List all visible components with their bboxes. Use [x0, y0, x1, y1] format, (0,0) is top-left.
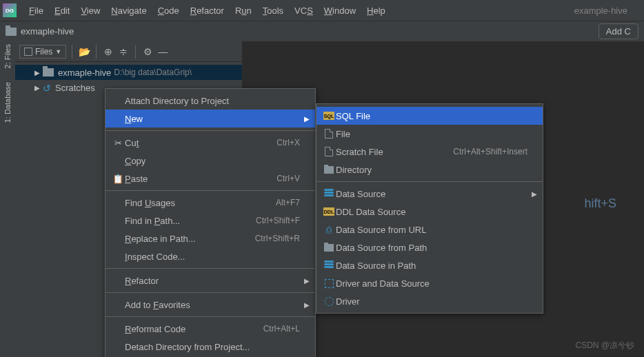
menu-navigate[interactable]: Navigate	[105, 3, 152, 19]
dashed-icon	[322, 279, 336, 288]
side-tab-database[interactable]: 1: Database	[3, 82, 12, 123]
menu-window[interactable]: Window	[319, 3, 361, 19]
menu-item-label: Data Source from URL	[336, 225, 527, 235]
menu-item-label: Data Source in Path	[336, 261, 527, 271]
menu-shortcut: Ctrl+Shift+F	[256, 216, 300, 225]
submenu-arrow-icon: ▶	[532, 190, 537, 198]
menu-shortcut: Alt+F7	[276, 198, 300, 207]
menu-item-paste[interactable]: 📋PasteCtrl+V	[105, 170, 315, 187]
submenu-arrow-icon: ▶	[304, 115, 310, 123]
watermark: CSDN @凉兮钞	[575, 340, 634, 351]
menu-item-copy[interactable]: Copy	[105, 152, 315, 170]
menu-item-attach-directory-to-project[interactable]: Attach Directory to Project	[105, 92, 315, 110]
tree-scratches-label: Scratches	[55, 83, 95, 93]
menu-item-scratch-file[interactable]: Scratch FileCtrl+Alt+Shift+Insert	[316, 143, 543, 161]
paste-icon: 📋	[111, 174, 125, 184]
menu-item-label: SQL File	[336, 111, 527, 121]
menu-item-data-source-in-path[interactable]: Data Source in Path	[316, 256, 543, 274]
gear-icon[interactable]: ⚙	[141, 45, 154, 58]
menu-edit[interactable]: Edit	[49, 3, 75, 19]
folder-icon	[6, 28, 17, 36]
minimize-icon[interactable]: —	[157, 45, 169, 58]
separator	[72, 45, 72, 59]
breadcrumb-root[interactable]: exmaple-hive	[21, 26, 74, 37]
app-logo: DG	[3, 3, 17, 17]
cut-icon: ✂	[111, 138, 125, 148]
folder-icon	[43, 68, 54, 76]
breadcrumb-bar: exmaple-hive Add C	[0, 21, 644, 41]
file-icon	[322, 129, 336, 139]
menu-item-new[interactable]: New▶	[105, 110, 315, 127]
panel-scope-selector[interactable]: Files ▼	[19, 45, 66, 59]
ddl-icon: DDL	[322, 207, 336, 216]
scope-icon	[24, 48, 32, 56]
submenu-arrow-icon: ▶	[304, 277, 310, 285]
menu-shortcut: Ctrl+Shift+R	[255, 234, 300, 243]
side-tool-tabs: 2: Files 1: Database	[0, 41, 15, 357]
menu-separator	[105, 190, 315, 191]
menu-item-data-source[interactable]: Data Source▶	[316, 185, 543, 203]
menu-item-data-source-from-path[interactable]: Data Source from Path	[316, 238, 543, 256]
menu-bar: DG FileEditViewNavigateCodeRefactorRunTo…	[0, 0, 644, 21]
menu-item-label: Data Source from Path	[336, 243, 527, 253]
menu-item-detach-directory-from-project-[interactable]: Detach Directory from Project...	[105, 338, 315, 356]
menu-item-label: Refactor	[125, 276, 300, 286]
menu-item-reformat-code[interactable]: Reformat CodeCtrl+Alt+L	[105, 320, 315, 338]
menu-item-inspect-code-[interactable]: Inspect Code...	[105, 247, 315, 265]
menu-item-label: Directory	[336, 165, 527, 175]
chevron-down-icon: ▼	[55, 48, 61, 55]
menu-item-ddl-data-source[interactable]: DDLDDL Data Source	[316, 203, 543, 221]
add-config-button[interactable]: Add C	[598, 23, 638, 39]
menu-item-refactor[interactable]: Refactor▶	[105, 272, 315, 289]
ds-icon	[322, 261, 336, 270]
menu-item-find-in-path-[interactable]: Find in Path...Ctrl+Shift+F	[105, 212, 315, 229]
menu-item-find-usages[interactable]: Find UsagesAlt+F7	[105, 194, 315, 212]
menu-item-file[interactable]: File	[316, 125, 543, 143]
menu-item-sql-file[interactable]: SQLSQL File	[316, 107, 543, 125]
menu-item-driver[interactable]: Driver	[316, 292, 543, 310]
separator	[96, 45, 97, 59]
expand-icon[interactable]: ▶	[34, 69, 43, 76]
menu-run[interactable]: Run	[230, 3, 257, 19]
menu-separator	[105, 130, 315, 131]
menu-item-driver-and-data-source[interactable]: Driver and Data Source	[316, 274, 543, 292]
collapse-icon[interactable]: ≑	[117, 45, 130, 58]
tree-root-row[interactable]: ▶ exmaple-hive D:\big data\DataGrip\	[15, 65, 242, 80]
menu-refactor[interactable]: Refactor	[185, 3, 230, 19]
menu-item-data-source-from-url[interactable]: ⎙Data Source from URL	[316, 221, 543, 238]
menu-tools[interactable]: Tools	[257, 3, 289, 19]
tree-root-label: exmaple-hive	[58, 68, 111, 78]
menu-item-label: Detach Directory from Project...	[125, 342, 300, 352]
menu-item-label: Cut	[125, 138, 276, 148]
menu-item-directory[interactable]: Directory	[316, 161, 543, 178]
menu-separator	[105, 268, 315, 269]
menu-item-label: Find Usages	[125, 198, 276, 208]
expand-icon[interactable]: ▶	[34, 84, 43, 92]
sql-icon: SQL	[322, 112, 336, 120]
separator	[135, 45, 136, 59]
menu-item-label: DDL Data Source	[336, 207, 527, 217]
menu-item-label: Add to Favorites	[125, 300, 300, 310]
menu-item-cut[interactable]: ✂CutCtrl+X	[105, 134, 315, 152]
open-folder-icon[interactable]: 📂	[78, 45, 90, 58]
menu-item-label: Data Source	[336, 189, 527, 199]
menu-item-replace-in-path-[interactable]: Replace in Path...Ctrl+Shift+R	[105, 229, 315, 247]
scratches-icon	[43, 83, 52, 92]
menu-item-label: File	[336, 129, 527, 139]
side-tab-files[interactable]: 2: Files	[3, 44, 12, 68]
menu-item-label: New	[125, 114, 300, 124]
locate-icon[interactable]: ⊕	[102, 45, 114, 58]
menu-vcs[interactable]: VCS	[289, 3, 319, 19]
menu-item-label: Attach Directory to Project	[125, 96, 300, 106]
menu-item-add-to-favorites[interactable]: Add to Favorites▶	[105, 296, 315, 314]
menu-item-label: Reformat Code	[125, 324, 263, 334]
dashed-circle-icon	[322, 297, 336, 306]
menu-help[interactable]: Help	[361, 3, 391, 19]
panel-toolbar: Files ▼ 📂 ⊕ ≑ ⚙ —	[15, 41, 242, 62]
menu-view[interactable]: View	[75, 3, 105, 19]
menu-item-label: Driver and Data Source	[336, 278, 527, 289]
menu-item-label: Scratch File	[336, 147, 453, 157]
menu-item-label: Copy	[125, 156, 300, 166]
menu-file[interactable]: File	[23, 3, 49, 19]
menu-code[interactable]: Code	[152, 3, 185, 19]
